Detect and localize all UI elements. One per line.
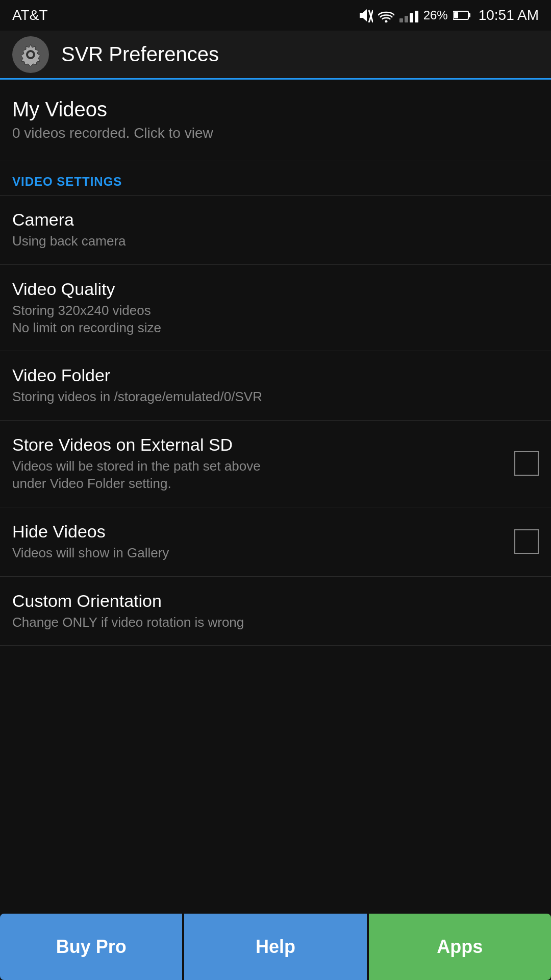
- custom-orientation-pref-title: Custom Orientation: [12, 591, 539, 611]
- apps-button[interactable]: Apps: [369, 914, 551, 980]
- hide-videos-pref-summary: Videos will show in Gallery: [12, 545, 506, 562]
- camera-pref-item[interactable]: Camera Using back camera: [0, 195, 551, 265]
- custom-orientation-pref-text: Custom Orientation Change ONLY if video …: [12, 591, 539, 631]
- bottom-spacer: [0, 646, 551, 717]
- signal-icon: [399, 8, 418, 22]
- video-settings-header: VIDEO SETTINGS: [0, 160, 551, 195]
- video-quality-pref-summary2: No limit on recording size: [12, 320, 539, 337]
- custom-orientation-pref-item[interactable]: Custom Orientation Change ONLY if video …: [0, 577, 551, 646]
- custom-orientation-pref-summary: Change ONLY if video rotation is wrong: [12, 614, 539, 631]
- gear-icon: [18, 42, 43, 67]
- video-folder-pref-title: Video Folder: [12, 365, 539, 385]
- status-icons: 26%: [357, 8, 471, 22]
- app-title: SVR Preferences: [61, 43, 219, 66]
- camera-pref-text: Camera Using back camera: [12, 210, 539, 250]
- status-bar-right: 26% 10:51 AM: [357, 7, 539, 23]
- video-quality-pref-title: Video Quality: [12, 279, 539, 299]
- hide-videos-pref-title: Hide Videos: [12, 522, 506, 542]
- wifi-icon: [378, 8, 394, 22]
- my-videos-summary: 0 videos recorded. Click to view: [12, 125, 539, 141]
- help-button[interactable]: Help: [184, 914, 366, 980]
- camera-pref-summary: Using back camera: [12, 233, 539, 250]
- buy-pro-button[interactable]: Buy Pro: [0, 914, 182, 980]
- my-videos-item[interactable]: My Videos 0 videos recorded. Click to vi…: [0, 80, 551, 160]
- camera-pref-title: Camera: [12, 210, 539, 230]
- video-folder-pref-text: Video Folder Storing videos in /storage/…: [12, 365, 539, 406]
- carrier-label: AT&T: [12, 7, 47, 23]
- bottom-buttons: Buy Pro Help Apps: [0, 914, 551, 980]
- app-icon: [12, 36, 49, 73]
- app-bar: SVR Preferences: [0, 31, 551, 80]
- my-videos-title: My Videos: [12, 98, 539, 121]
- video-quality-pref-summary1: Storing 320x240 videos: [12, 302, 539, 320]
- video-folder-pref-summary: Storing videos in /storage/emulated/0/SV…: [12, 388, 539, 406]
- svg-marker-0: [360, 9, 367, 21]
- store-external-sd-checkbox[interactable]: [514, 451, 539, 476]
- time-label: 10:51 AM: [479, 7, 539, 23]
- mute-icon: [357, 8, 373, 22]
- svg-point-3: [385, 20, 387, 23]
- video-quality-pref-item[interactable]: Video Quality Storing 320x240 videos No …: [0, 265, 551, 352]
- battery-percent: 26%: [423, 8, 448, 22]
- svg-rect-5: [468, 13, 470, 17]
- video-settings-section: VIDEO SETTINGS Camera Using back camera …: [0, 160, 551, 646]
- battery-icon: [453, 10, 471, 20]
- hide-videos-checkbox[interactable]: [514, 529, 539, 554]
- store-external-sd-pref-item[interactable]: Store Videos on External SD Videos will …: [0, 421, 551, 507]
- store-external-sd-pref-title: Store Videos on External SD: [12, 435, 506, 455]
- video-quality-pref-text: Video Quality Storing 320x240 videos No …: [12, 279, 539, 337]
- store-external-sd-pref-text: Store Videos on External SD Videos will …: [12, 435, 506, 493]
- hide-videos-pref-text: Hide Videos Videos will show in Gallery: [12, 522, 506, 562]
- svg-rect-6: [454, 12, 458, 18]
- hide-videos-pref-item[interactable]: Hide Videos Videos will show in Gallery: [0, 507, 551, 577]
- store-external-sd-pref-summary: Videos will be stored in the path set ab…: [12, 458, 506, 493]
- video-folder-pref-item[interactable]: Video Folder Storing videos in /storage/…: [0, 351, 551, 421]
- status-bar: AT&T 26%: [0, 0, 551, 31]
